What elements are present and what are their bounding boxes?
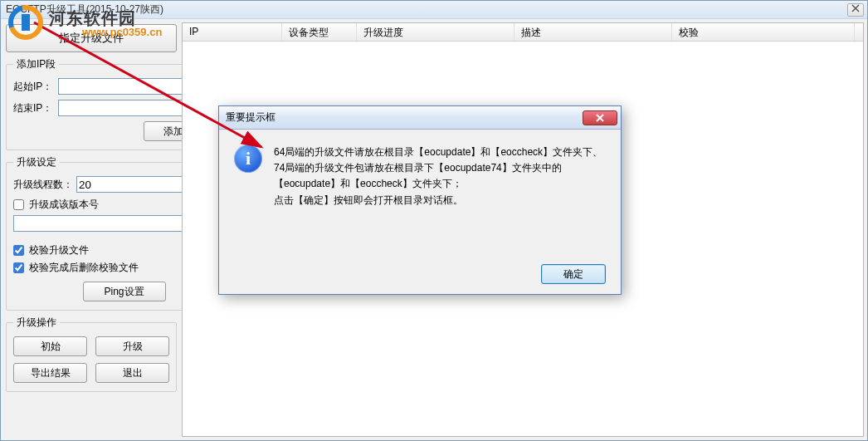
dialog-close-button[interactable] <box>583 110 617 125</box>
upgrade-ops-legend: 升级操作 <box>13 316 60 330</box>
delete-after-verify-checkbox[interactable] <box>13 262 24 273</box>
export-result-button[interactable]: 导出结果 <box>13 363 87 383</box>
init-button[interactable]: 初始 <box>13 336 87 356</box>
upgrade-button[interactable]: 升级 <box>95 336 169 356</box>
dialog-ok-button[interactable]: 确定 <box>541 264 606 284</box>
ip-range-legend: 添加IP段 <box>13 57 59 71</box>
window-close-button[interactable] <box>847 3 864 17</box>
verify-upgrade-checkbox[interactable] <box>13 245 24 256</box>
main-window: EOCFTP升级工具(2015-10-27陕西) 指定升级文件 添加IP段 起始… <box>0 0 868 441</box>
upgrade-to-version-checkbox[interactable] <box>13 199 24 210</box>
info-icon: i <box>234 145 262 173</box>
sidebar: 指定升级文件 添加IP段 起始IP： 结束IP： 添加 升级设定 升级线 <box>4 22 178 437</box>
important-tip-dialog: 重要提示框 i 64局端的升级文件请放在根目录【eocupdate】和【eocc… <box>218 105 622 295</box>
ping-settings-button[interactable]: Ping设置 <box>83 282 166 301</box>
threads-label: 升级线程数： <box>13 178 73 192</box>
col-ip[interactable]: IP <box>183 23 282 42</box>
upgrade-settings-legend: 升级设定 <box>13 155 60 169</box>
table-header-row: IP 设备类型 升级进度 描述 校验 <box>183 23 863 42</box>
window-title: EOCFTP升级工具(2015-10-27陕西) <box>6 2 163 17</box>
dialog-line1: 64局端的升级文件请放在根目录【eocupdate】和【eoccheck】文件夹… <box>274 145 606 160</box>
exit-button[interactable]: 退出 <box>95 363 169 383</box>
verify-upgrade-label: 校验升级文件 <box>29 243 89 257</box>
start-ip-label: 起始IP： <box>13 80 55 94</box>
col-verify[interactable]: 校验 <box>672 23 855 42</box>
col-description[interactable]: 描述 <box>514 23 672 42</box>
ip-range-section: 添加IP段 起始IP： 结束IP： 添加 <box>6 57 211 150</box>
specify-upgrade-file-button[interactable]: 指定升级文件 <box>6 24 177 52</box>
col-progress[interactable]: 升级进度 <box>357 23 514 42</box>
titlebar: EOCFTP升级工具(2015-10-27陕西) <box>1 1 867 19</box>
upgrade-ops-section: 升级操作 初始 升级 导出结果 退出 <box>6 316 177 392</box>
upgrade-to-version-label: 升级成该版本号 <box>29 198 99 212</box>
dialog-line2: 74局端的升级文件包请放在根目录下【eocupdate74】文件夹中的【eocu… <box>274 160 606 192</box>
dialog-message: 64局端的升级文件请放在根目录【eocupdate】和【eoccheck】文件夹… <box>274 145 606 208</box>
dialog-line3: 点击【确定】按钮即会打开根目录对话框。 <box>274 193 606 208</box>
col-device-type[interactable]: 设备类型 <box>282 23 357 42</box>
delete-after-verify-label: 校验完成后删除校验文件 <box>29 261 139 275</box>
dialog-titlebar: 重要提示框 <box>219 106 621 130</box>
end-ip-label: 结束IP： <box>13 101 55 115</box>
dialog-title: 重要提示框 <box>226 110 276 125</box>
